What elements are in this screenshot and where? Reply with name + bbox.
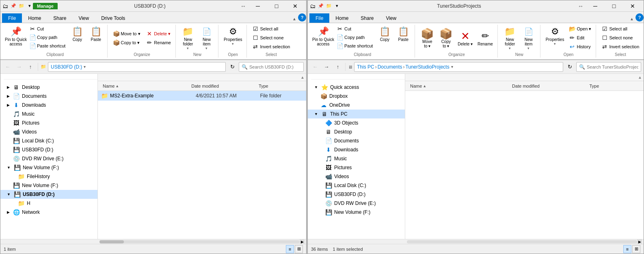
new-folder-btn[interactable]: 📁 Newfolder ▾ <box>179 25 197 52</box>
r-sidebar-item-thispc[interactable]: ▼ 🖥 This PC <box>308 110 405 118</box>
paste-shortcut-btn[interactable]: 📄Paste shortcut <box>27 42 67 50</box>
tab-home-left[interactable]: Home <box>22 13 47 23</box>
ribbon-collapse-right[interactable]: ▲ <box>628 15 635 23</box>
tab-file-left[interactable]: File <box>2 13 22 23</box>
hscroll-left[interactable]: ▶ <box>0 239 306 244</box>
rename-btn[interactable]: ✏Rename <box>144 39 173 47</box>
breadcrumb-item-usb[interactable]: USB30FD (D:) <box>51 64 82 70</box>
r-sidebar-item-music[interactable]: ▶ 🎵 Music <box>308 154 405 163</box>
r-sidebar-item-videos[interactable]: ▶ 📹 Videos <box>308 172 405 181</box>
r-sidebar-item-onedrive[interactable]: ▶ ☁ OneDrive <box>308 101 405 110</box>
refresh-btn-right[interactable]: ↻ <box>565 62 575 72</box>
up-btn-right[interactable]: ↑ <box>333 62 343 72</box>
sidebar-item-desktop[interactable]: ▶ 🖥 Desktop <box>0 83 97 92</box>
r-sidebar-item-desktop[interactable]: ▶ 🖥 Desktop <box>308 127 405 136</box>
r-rename-btn[interactable]: ✏ Rename <box>475 29 495 47</box>
invert-selection-btn[interactable]: ⇄Invert selection <box>250 43 292 51</box>
col-date-header[interactable]: Date modified <box>190 84 257 88</box>
sidebar-scroll-up[interactable] <box>0 75 97 83</box>
r-sidebar-item-3dobjects[interactable]: ▶ 🔷 3D Objects <box>308 118 405 127</box>
new-item-btn[interactable]: 📄 Newitem ▾ <box>198 25 216 52</box>
r-sidebar-item-dvd[interactable]: ▶ 💿 DVD RW Drive (E:) <box>308 199 405 208</box>
breadcrumb-dropdown-right[interactable]: ▾ <box>450 65 453 69</box>
r-sidebar-item-downloads[interactable]: ▶ ⬇ Downloads <box>308 145 405 154</box>
search-input-right[interactable] <box>587 65 638 69</box>
minimize-btn-left[interactable]: ─ <box>249 0 267 12</box>
tab-file-right[interactable]: File <box>309 13 329 23</box>
sidebar-item-usb2[interactable]: ▼ 💾 USB30FD (D:) <box>0 190 97 199</box>
sidebar-item-newvol1[interactable]: ▼ 💾 New Volume (F:) <box>0 163 97 172</box>
r-open-btn[interactable]: 📂Open ▾ <box>567 25 593 33</box>
forward-btn-left[interactable]: → <box>14 62 24 72</box>
sidebar-item-downloads[interactable]: ▶ ⬇ Downloads <box>0 101 97 110</box>
pin-quick-access-btn[interactable]: 📌 Pin to Quickaccess <box>5 25 26 47</box>
refresh-btn-left[interactable]: ↻ <box>227 62 237 72</box>
r-new-item-btn[interactable]: 📄 Newitem ▾ <box>520 25 538 52</box>
sidebar-item-documents[interactable]: ▶ 📄 Documents <box>0 92 97 101</box>
r-copy-path-btn[interactable]: 📄Copy path <box>335 33 375 41</box>
minimize-btn-right[interactable]: ─ <box>586 0 605 12</box>
view-list-btn-left[interactable]: ≡ <box>286 245 294 253</box>
sidebar-item-network[interactable]: ▶ 🌐 Network <box>0 208 97 217</box>
r-sidebar-item-quickaccess[interactable]: ▼ ⭐ Quick access <box>308 83 405 92</box>
sidebar-item-usb1[interactable]: ▶ 💾 USB30FD (D:) <box>0 145 97 154</box>
r-properties-btn[interactable]: ⚙ Properties ▾ <box>544 25 566 47</box>
breadcrumb-right[interactable]: This PC › Documents › TunerStudioProject… <box>354 62 563 72</box>
hscroll-thumb-left[interactable] <box>99 240 124 243</box>
sidebar-item-newvol2[interactable]: ▶ 💾 New Volume (F:) <box>0 181 97 190</box>
select-all-btn[interactable]: ☑Select all <box>250 25 292 33</box>
sidebar-item-music[interactable]: ▶ 🎵 Music <box>0 110 97 118</box>
bc-documents[interactable]: Documents <box>378 64 402 70</box>
r-col-name-header[interactable]: Name ▲ <box>408 84 510 88</box>
ribbon-collapse-left[interactable]: ▲ <box>291 15 298 23</box>
manage-tab-left[interactable]: Manage <box>33 3 58 9</box>
breadcrumb-dropdown[interactable]: ▾ <box>82 65 86 69</box>
sidebar-item-videos[interactable]: ▶ 📹 Videos <box>0 127 97 136</box>
help-btn-left[interactable]: ? <box>298 13 306 22</box>
move-to-btn[interactable]: 📦Move to ▾ <box>111 30 143 38</box>
r-history-btn[interactable]: ↩History <box>567 43 593 51</box>
sidebar-item-filehistory[interactable]: ▶ 📁 FileHistory <box>0 172 97 181</box>
r-sidebar-item-newvol[interactable]: ▶ 💾 New Volume (F:) <box>308 208 405 217</box>
view-grid-btn-right[interactable]: ⊞ <box>632 245 640 253</box>
breadcrumb-left[interactable]: USB30FD (D:) ▾ <box>48 62 226 72</box>
bc-tsp[interactable]: TunerStudioProjects <box>405 64 449 70</box>
bc-thispc[interactable]: This PC <box>357 64 374 70</box>
r-cut-btn[interactable]: ✂Cut <box>335 25 375 33</box>
view-list-btn-right[interactable]: ≡ <box>623 245 631 253</box>
resize-arrows-right[interactable]: ↔ <box>578 3 583 9</box>
cut-btn[interactable]: ✂Cut <box>27 25 67 33</box>
r-pin-quick-access-btn[interactable]: 📌 Pin to Quickaccess <box>313 25 334 47</box>
maximize-btn-right[interactable]: □ <box>605 0 623 12</box>
close-btn-right[interactable]: ✕ <box>623 0 642 12</box>
r-sidebar-item-pictures[interactable]: ▶ 🖼 Pictures <box>308 163 405 172</box>
sidebar-item-h[interactable]: ▶ 📁 H <box>0 199 97 208</box>
copy-large-btn[interactable]: 📋 Copy <box>68 25 86 43</box>
sort-arrow-up[interactable]: ▲ <box>300 75 305 80</box>
r-col-type-header[interactable]: Type <box>588 84 640 88</box>
back-btn-right[interactable]: ← <box>310 62 320 72</box>
hscroll-right-btn[interactable]: ▶ <box>300 239 305 244</box>
r-new-folder-btn[interactable]: 📁 Newfolder ▾ <box>501 25 519 52</box>
help-btn-right[interactable]: ? <box>635 13 644 22</box>
tab-view-left[interactable]: View <box>72 13 95 23</box>
tab-share-left[interactable]: Share <box>47 13 72 23</box>
forward-btn-right[interactable]: → <box>322 62 331 72</box>
sidebar-scroll-up-right[interactable] <box>308 75 405 83</box>
view-grid-btn-left[interactable]: ⊞ <box>295 245 303 253</box>
tab-view-right[interactable]: View <box>380 13 402 23</box>
tab-drivetools-left[interactable]: Drive Tools <box>95 13 131 23</box>
copy-to-btn[interactable]: 📦Copy to ▾ <box>111 39 143 47</box>
paste-large-btn[interactable]: 📋 Paste <box>87 25 105 43</box>
sort-arrow-up-right[interactable]: ▲ <box>638 75 642 80</box>
r-delete-btn[interactable]: ✕ Delete ▾ <box>456 29 475 47</box>
tab-share-right[interactable]: Share <box>354 13 380 23</box>
r-sidebar-item-dropbox[interactable]: ▶ 📦 Dropbox <box>308 92 405 101</box>
sidebar-item-localc[interactable]: ▶ 💾 Local Disk (C:) <box>0 136 97 145</box>
back-btn-left[interactable]: ← <box>3 62 13 72</box>
r-edit-btn[interactable]: ✏Edit <box>567 34 593 42</box>
r-select-none-btn[interactable]: ☐Select none <box>599 34 641 42</box>
maximize-btn-left[interactable]: □ <box>267 0 286 12</box>
up-btn-left[interactable]: ↑ <box>26 62 35 72</box>
r-paste-shortcut-btn[interactable]: 📄Paste shortcut <box>335 42 375 50</box>
